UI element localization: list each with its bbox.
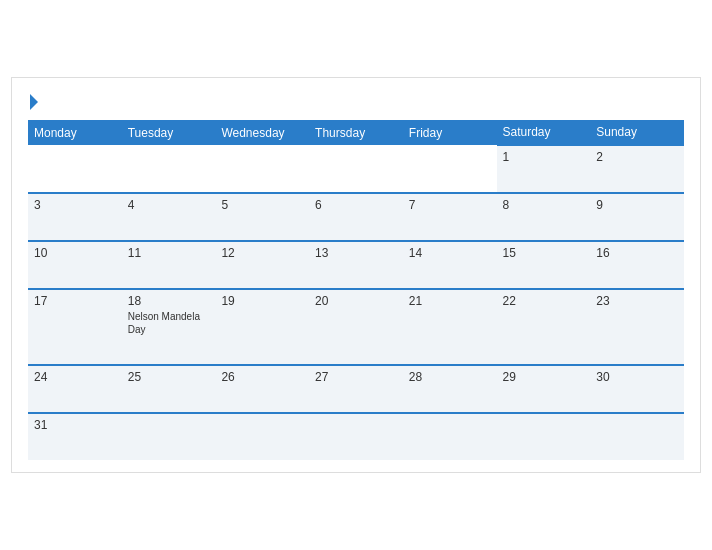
day-number: 13 — [315, 246, 397, 260]
calendar-cell — [309, 413, 403, 460]
calendar-week-row: 24252627282930 — [28, 365, 684, 413]
calendar-cell: 19 — [215, 289, 309, 365]
calendar-cell: 5 — [215, 193, 309, 241]
calendar-cell: 23 — [590, 289, 684, 365]
day-number: 30 — [596, 370, 678, 384]
calendar-cell: 26 — [215, 365, 309, 413]
day-header-friday: Friday — [403, 120, 497, 145]
calendar-header — [28, 94, 684, 110]
day-number: 28 — [409, 370, 491, 384]
calendar-cell: 21 — [403, 289, 497, 365]
day-header-monday: Monday — [28, 120, 122, 145]
calendar-week-row: 1718Nelson Mandela Day1920212223 — [28, 289, 684, 365]
calendar-cell — [122, 413, 216, 460]
day-header-thursday: Thursday — [309, 120, 403, 145]
calendar-thead: MondayTuesdayWednesdayThursdayFridaySatu… — [28, 120, 684, 145]
calendar-week-row: 10111213141516 — [28, 241, 684, 289]
day-number: 14 — [409, 246, 491, 260]
day-number: 20 — [315, 294, 397, 308]
calendar-week-row: 31 — [28, 413, 684, 460]
calendar-cell: 22 — [497, 289, 591, 365]
day-number: 3 — [34, 198, 116, 212]
calendar-cell: 15 — [497, 241, 591, 289]
day-event: Nelson Mandela Day — [128, 310, 210, 336]
day-header-wednesday: Wednesday — [215, 120, 309, 145]
calendar-grid: MondayTuesdayWednesdayThursdayFridaySatu… — [28, 120, 684, 460]
calendar-cell: 17 — [28, 289, 122, 365]
day-number: 31 — [34, 418, 116, 432]
calendar-cell: 7 — [403, 193, 497, 241]
calendar-cell: 11 — [122, 241, 216, 289]
calendar-week-row: 12 — [28, 145, 684, 193]
day-header-saturday: Saturday — [497, 120, 591, 145]
logo — [28, 94, 38, 110]
calendar-cell — [497, 413, 591, 460]
calendar-cell: 24 — [28, 365, 122, 413]
day-number: 16 — [596, 246, 678, 260]
day-number: 8 — [503, 198, 585, 212]
day-number: 26 — [221, 370, 303, 384]
day-number: 29 — [503, 370, 585, 384]
calendar-cell: 8 — [497, 193, 591, 241]
day-number: 9 — [596, 198, 678, 212]
days-header-row: MondayTuesdayWednesdayThursdayFridaySatu… — [28, 120, 684, 145]
calendar-cell — [215, 413, 309, 460]
calendar-cell — [215, 145, 309, 193]
calendar-cell: 18Nelson Mandela Day — [122, 289, 216, 365]
day-number: 4 — [128, 198, 210, 212]
day-number: 18 — [128, 294, 210, 308]
day-number: 12 — [221, 246, 303, 260]
calendar-cell: 13 — [309, 241, 403, 289]
calendar-cell: 28 — [403, 365, 497, 413]
logo-triangle-icon — [30, 94, 38, 110]
day-number: 1 — [503, 150, 585, 164]
calendar-cell: 6 — [309, 193, 403, 241]
calendar-cell: 20 — [309, 289, 403, 365]
calendar-cell: 10 — [28, 241, 122, 289]
calendar-cell: 12 — [215, 241, 309, 289]
day-number: 11 — [128, 246, 210, 260]
calendar-cell: 25 — [122, 365, 216, 413]
calendar-cell: 30 — [590, 365, 684, 413]
calendar-cell — [309, 145, 403, 193]
calendar-cell — [28, 145, 122, 193]
calendar-cell: 2 — [590, 145, 684, 193]
calendar-cell: 3 — [28, 193, 122, 241]
calendar-week-row: 3456789 — [28, 193, 684, 241]
day-header-tuesday: Tuesday — [122, 120, 216, 145]
calendar-cell — [403, 145, 497, 193]
day-number: 15 — [503, 246, 585, 260]
calendar-tbody: 123456789101112131415161718Nelson Mandel… — [28, 145, 684, 460]
day-number: 22 — [503, 294, 585, 308]
day-number: 2 — [596, 150, 678, 164]
day-number: 19 — [221, 294, 303, 308]
day-number: 10 — [34, 246, 116, 260]
calendar-cell — [122, 145, 216, 193]
day-number: 27 — [315, 370, 397, 384]
calendar-cell: 9 — [590, 193, 684, 241]
calendar-cell: 14 — [403, 241, 497, 289]
calendar-cell: 4 — [122, 193, 216, 241]
calendar-cell: 31 — [28, 413, 122, 460]
day-number: 25 — [128, 370, 210, 384]
day-number: 6 — [315, 198, 397, 212]
day-header-sunday: Sunday — [590, 120, 684, 145]
day-number: 7 — [409, 198, 491, 212]
calendar-container: MondayTuesdayWednesdayThursdayFridaySatu… — [11, 77, 701, 473]
calendar-cell: 1 — [497, 145, 591, 193]
day-number: 23 — [596, 294, 678, 308]
day-number: 21 — [409, 294, 491, 308]
calendar-cell — [590, 413, 684, 460]
day-number: 17 — [34, 294, 116, 308]
day-number: 5 — [221, 198, 303, 212]
day-number: 24 — [34, 370, 116, 384]
calendar-cell — [403, 413, 497, 460]
calendar-cell: 16 — [590, 241, 684, 289]
calendar-cell: 27 — [309, 365, 403, 413]
calendar-cell: 29 — [497, 365, 591, 413]
